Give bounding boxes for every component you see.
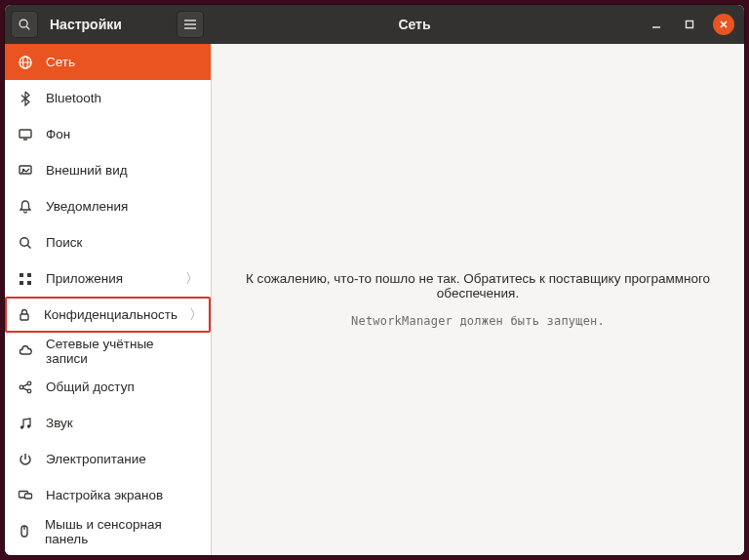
displays-icon: [17, 487, 34, 504]
sidebar-item-displays[interactable]: Настройка экранов: [5, 477, 211, 513]
window-controls: [617, 14, 744, 35]
svg-rect-22: [20, 314, 28, 320]
error-detail: NetworkManager должен быть запущен.: [351, 314, 605, 328]
sidebar-item-label: Внешний вид: [46, 163, 128, 178]
minimize-button[interactable]: [647, 15, 666, 34]
sidebar-title: Настройки: [50, 17, 122, 32]
svg-rect-20: [20, 281, 23, 285]
search-icon: [17, 234, 34, 252]
sidebar-item-cloud[interactable]: Сетевые учётные записи: [5, 333, 211, 369]
sidebar-item-label: Фон: [46, 127, 70, 141]
sidebar-item-share[interactable]: Общий доступ: [5, 369, 211, 405]
svg-rect-32: [25, 494, 32, 499]
share-icon: [17, 379, 34, 396]
sidebar-item-label: Приложения: [46, 271, 123, 286]
svg-line-17: [27, 245, 30, 248]
search-icon: [18, 18, 31, 31]
svg-rect-6: [687, 21, 693, 28]
sidebar-item-label: Сеть: [46, 55, 75, 69]
svg-rect-19: [27, 273, 31, 277]
sidebar-item-label: Поиск: [46, 235, 82, 250]
svg-rect-12: [20, 130, 31, 138]
sidebar-item-mouse[interactable]: Мышь и сенсорная панель: [5, 513, 211, 549]
sidebar-item-appearance[interactable]: Внешний вид: [5, 152, 211, 188]
sidebar-item-globe[interactable]: Сеть: [5, 44, 211, 80]
svg-point-29: [27, 424, 30, 427]
lock-icon: [17, 306, 32, 324]
sidebar-item-apps[interactable]: Приложения〉: [5, 260, 211, 297]
sidebar-item-music[interactable]: Звук: [5, 405, 211, 441]
sidebar-item-bluetooth[interactable]: Bluetooth: [5, 80, 211, 116]
hamburger-menu-button[interactable]: [177, 11, 204, 38]
svg-point-25: [27, 389, 31, 393]
svg-point-28: [20, 425, 23, 428]
globe-icon: [17, 54, 34, 71]
sidebar-item-label: Мышь и сенсорная панель: [45, 517, 199, 546]
settings-window: Настройки Сеть СетьBluetoothФонВнешний в…: [5, 5, 744, 555]
sidebar-item-search[interactable]: Поиск: [5, 224, 211, 260]
svg-rect-14: [20, 166, 31, 174]
sidebar-item-label: Конфиденциальность: [44, 307, 177, 322]
chevron-right-icon: 〉: [185, 270, 199, 288]
page-title: Сеть: [212, 17, 617, 32]
maximize-icon: [685, 20, 694, 29]
maximize-button[interactable]: [680, 15, 699, 34]
svg-point-23: [20, 385, 23, 389]
mouse-icon: [17, 523, 33, 540]
cloud-icon: [17, 342, 34, 360]
sidebar-item-label: Сетевые учётные записи: [46, 337, 199, 366]
error-message: К сожалению, что-то пошло не так. Обрати…: [229, 271, 727, 300]
sidebar-item-label: Общий доступ: [46, 380, 135, 394]
hamburger-icon: [183, 19, 197, 30]
music-icon: [17, 415, 34, 432]
sidebar-item-label: Bluetooth: [46, 91, 101, 105]
bell-icon: [17, 198, 34, 216]
svg-line-1: [26, 26, 29, 29]
titlebar: Настройки Сеть: [5, 5, 744, 44]
bluetooth-icon: [17, 90, 34, 107]
sidebar-item-label: Уведомления: [46, 199, 128, 214]
search-button[interactable]: [11, 11, 38, 38]
svg-rect-21: [27, 281, 31, 285]
sidebar-item-bell[interactable]: Уведомления: [5, 188, 211, 224]
apps-icon: [17, 270, 34, 288]
close-icon: [719, 20, 729, 29]
titlebar-left: Настройки: [5, 11, 212, 38]
sidebar-item-label: Электропитание: [46, 452, 146, 466]
sidebar-item-label: Звук: [46, 416, 73, 430]
svg-line-27: [23, 387, 28, 389]
sidebar-item-lock[interactable]: Конфиденциальность〉: [5, 297, 211, 333]
sidebar-item-label: Настройка экранов: [46, 488, 163, 502]
svg-point-24: [27, 381, 31, 385]
power-icon: [17, 451, 34, 468]
sidebar: СетьBluetoothФонВнешний видУведомленияПо…: [5, 44, 212, 555]
svg-rect-18: [20, 273, 23, 277]
display-icon: [17, 126, 34, 143]
window-body: СетьBluetoothФонВнешний видУведомленияПо…: [5, 44, 744, 555]
svg-line-26: [23, 383, 28, 385]
appearance-icon: [17, 162, 34, 180]
svg-point-0: [20, 20, 27, 27]
content-area: К сожалению, что-то пошло не так. Обрати…: [212, 44, 744, 555]
svg-point-16: [20, 237, 28, 245]
minimize-icon: [651, 20, 661, 29]
sidebar-item-power[interactable]: Электропитание: [5, 441, 211, 477]
chevron-right-icon: 〉: [189, 306, 203, 324]
sidebar-item-display[interactable]: Фон: [5, 116, 211, 152]
close-button[interactable]: [713, 14, 734, 35]
